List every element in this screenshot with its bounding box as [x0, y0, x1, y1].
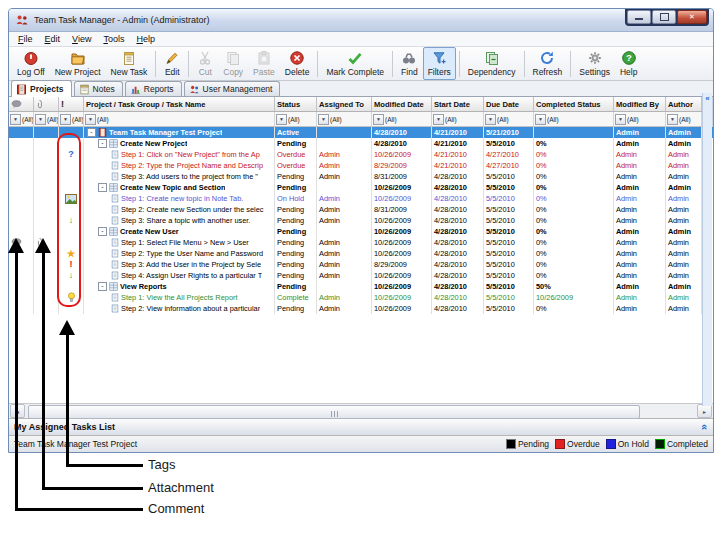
cell-name: Step 4: Assign User Rights to a particul… [84, 270, 275, 281]
toolbar-find-button[interactable]: Find [396, 47, 423, 80]
table-row[interactable]: ?Step 1: Click on "New Project" from the… [9, 149, 713, 160]
table-row[interactable]: Step 3: Add users to the project from th… [9, 171, 713, 182]
table-row[interactable]: Step 1: Create new topic in Note Tab.On … [9, 193, 713, 204]
cell-status: Pending [275, 259, 317, 270]
filter-dropdown[interactable]: ▼ [10, 114, 21, 125]
filter-value: (All) [445, 116, 457, 123]
column-header-comment[interactable] [9, 97, 34, 111]
filter-dropdown[interactable]: ▼ [535, 114, 546, 125]
expand-toggle[interactable]: - [98, 282, 107, 291]
table-row[interactable]: ↓Step 4: Assign User Rights to a particu… [9, 270, 713, 281]
cell-modified_by: Admin [614, 171, 666, 182]
close-button[interactable]: ✕ [677, 10, 707, 24]
copy-icon [225, 50, 241, 66]
tab-projects[interactable]: Projects [11, 80, 72, 97]
title-bar[interactable]: Team Task Manager - Admin (Administrator… [9, 9, 713, 32]
table-row[interactable]: Step 1: Select File Menu > New > UserPen… [9, 237, 713, 248]
toolbar-mark-complete-button[interactable]: Mark Complete [321, 47, 389, 80]
column-header-priority[interactable]: ! [59, 97, 84, 111]
expand-toggle[interactable]: - [98, 227, 107, 236]
tags-line [66, 333, 69, 467]
tab-user-management[interactable]: User Management [184, 81, 281, 96]
table-row[interactable]: ↓Step 3: Share a topic with another user… [9, 215, 713, 226]
filter-dropdown[interactable]: ▼ [433, 114, 444, 125]
filter-value: (All) [330, 116, 342, 123]
scroll-right-arrow[interactable]: ▸ [697, 404, 712, 418]
column-header-modified_by[interactable]: Modified By [614, 97, 666, 111]
cell-due: 5/5/2010 [484, 292, 534, 303]
toolbar-edit-button[interactable]: Edit [159, 47, 185, 80]
column-header-author[interactable]: Author [666, 97, 702, 111]
cell-start: 4/28/2010 [432, 193, 484, 204]
toolbar-settings-button[interactable]: Settings [574, 47, 615, 80]
cell-priority: ! [59, 259, 84, 270]
filter-dropdown[interactable]: ▼ [276, 114, 287, 125]
table-row[interactable]: -Team Task Manager Test ProjectActive4/2… [9, 127, 713, 138]
cell-modified: 10/26/2009 [372, 237, 432, 248]
expand-toggle[interactable]: - [87, 128, 96, 137]
column-header-assigned[interactable]: Assigned To [317, 97, 372, 111]
column-header-completed[interactable]: Completed Status [534, 97, 614, 111]
menu-file[interactable]: File [13, 33, 38, 45]
menu-edit[interactable]: Edit [40, 33, 66, 45]
tab-reports[interactable]: Reports [125, 81, 182, 96]
log-off-icon [23, 50, 39, 66]
column-header-start[interactable]: Start Date [432, 97, 484, 111]
column-header-attachment[interactable] [34, 97, 59, 111]
collapsed-side-panel-strip[interactable]: « [702, 93, 712, 406]
minimize-button[interactable] [627, 10, 651, 24]
table-row[interactable]: -Create New ProjectPending4/28/20104/21/… [9, 138, 713, 149]
column-header-due[interactable]: Due Date [484, 97, 534, 111]
toolbar-filters-button[interactable]: Filters [423, 47, 456, 80]
menu-tools[interactable]: Tools [98, 33, 129, 45]
column-header-modified[interactable]: Modified Date [372, 97, 432, 111]
toolbar-copy-button[interactable]: Copy [218, 47, 248, 80]
filter-dropdown[interactable]: ▼ [373, 114, 384, 125]
table-row[interactable]: !Step 3: Add the User in the Project by … [9, 259, 713, 270]
scroll-left-arrow[interactable]: ◂ [10, 404, 25, 418]
column-header-status[interactable]: Status [275, 97, 317, 111]
toolbar-dependency-button[interactable]: Dependency [463, 47, 521, 80]
expand-toggle[interactable]: - [98, 139, 107, 148]
scroll-thumb[interactable] [28, 405, 640, 419]
toolbar-refresh-button[interactable]: Refresh [528, 47, 568, 80]
toolbar-cut-button[interactable]: Cut [192, 47, 218, 80]
column-header-name[interactable]: Project / Task Group / Task Name [84, 97, 275, 111]
filter-dropdown[interactable]: ▼ [85, 114, 96, 125]
scroll-track[interactable] [26, 405, 696, 417]
expand-panel-icon[interactable]: « [700, 424, 710, 430]
assigned-tasks-panel-header[interactable]: My Assigned Tasks List « [9, 418, 713, 436]
toolbar-paste-button[interactable]: Paste [248, 47, 280, 80]
table-row[interactable]: Step 2: View information about a particu… [9, 303, 713, 314]
toolbar-new-task-button[interactable]: New Task [106, 47, 153, 80]
filter-dropdown[interactable]: ▼ [60, 114, 71, 125]
filter-dropdown[interactable]: ▼ [615, 114, 626, 125]
table-row[interactable]: -View ReportsPending10/26/20094/28/20105… [9, 281, 713, 292]
horizontal-scrollbar[interactable]: ◂ ▸ [9, 404, 713, 418]
toolbar-delete-button[interactable]: Delete [280, 47, 315, 80]
table-row[interactable]: Step 1: View the All Projects ReportComp… [9, 292, 713, 303]
window-controls: ✕ [625, 9, 709, 26]
toolbar-help-button[interactable]: ?Help [615, 47, 642, 80]
restore-button[interactable] [652, 10, 676, 24]
toolbar-new-project-button[interactable]: New Project [50, 47, 106, 80]
table-row[interactable]: -Create New Topic and SectionPending10/2… [9, 182, 713, 193]
table-row[interactable]: Step 2: Type the Project Name and Descri… [9, 160, 713, 171]
table-row[interactable]: Step 2: Create new Section under the sel… [9, 204, 713, 215]
menu-view[interactable]: View [67, 33, 96, 45]
filter-dropdown[interactable]: ▼ [667, 114, 678, 125]
filter-dropdown[interactable]: ▼ [485, 114, 496, 125]
app-icon [15, 14, 29, 26]
filter-dropdown[interactable]: ▼ [318, 114, 329, 125]
table-row[interactable]: -Create New UserPending10/26/20094/28/20… [9, 226, 713, 237]
filter-dropdown[interactable]: ▼ [35, 114, 46, 125]
expand-toggle[interactable]: - [98, 183, 107, 192]
expand-side-panel-icon[interactable]: « [705, 93, 709, 406]
menu-help[interactable]: Help [131, 33, 160, 45]
status-bar: Team Task Manager Test Project PendingOv… [9, 436, 713, 452]
toolbar-log-off-button[interactable]: Log Off [12, 47, 50, 80]
table-row[interactable]: ★Step 2: Type the User Name and Password… [9, 248, 713, 259]
tab-notes[interactable]: Notes [74, 81, 123, 96]
filter-value: (All) [47, 116, 59, 123]
filter-cell-assigned: ▼(All) [317, 112, 372, 126]
